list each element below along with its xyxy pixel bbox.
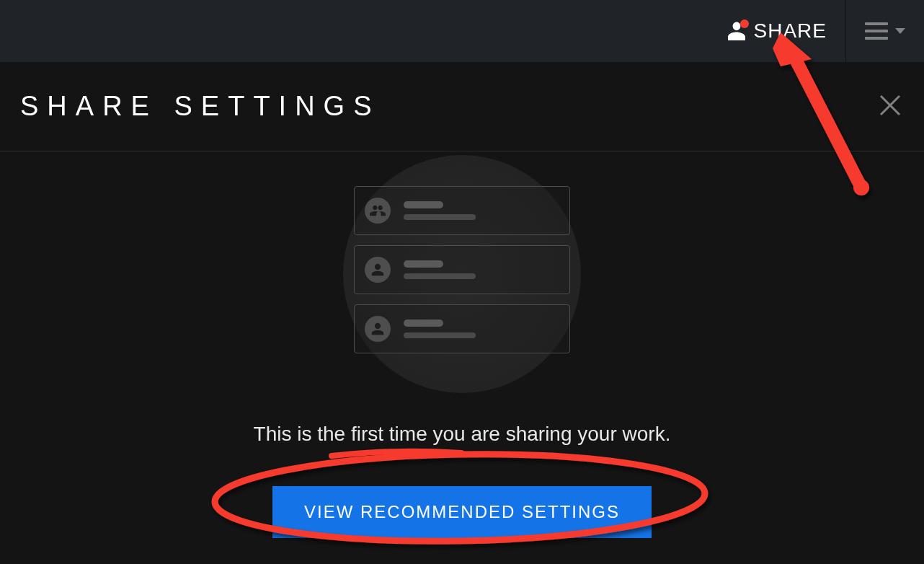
close-icon [878, 93, 902, 118]
share-illustration [347, 151, 577, 397]
panel-header: SHARE SETTINGS [0, 62, 924, 151]
people-icon [365, 198, 391, 224]
placeholder-card [354, 245, 570, 294]
top-bar: SHARE [0, 0, 924, 62]
share-button[interactable]: SHARE [709, 0, 845, 62]
close-button[interactable] [878, 93, 902, 120]
caret-down-icon [895, 28, 905, 34]
share-settings-panel: SHARE SETTINGS [0, 62, 924, 564]
panel-body: This is the first time you are sharing y… [0, 151, 924, 538]
person-icon [365, 316, 391, 342]
hamburger-icon [865, 22, 888, 40]
notification-dot-icon [740, 19, 749, 28]
view-recommended-settings-button[interactable]: VIEW RECOMMENDED SETTINGS [272, 486, 652, 538]
placeholder-card [354, 186, 570, 235]
panel-title: SHARE SETTINGS [20, 91, 381, 122]
share-button-label: SHARE [754, 19, 827, 43]
person-icon [728, 22, 745, 40]
menu-button[interactable] [846, 0, 924, 62]
first-share-message: This is the first time you are sharing y… [254, 423, 671, 446]
placeholder-card [354, 304, 570, 353]
person-icon [365, 257, 391, 283]
